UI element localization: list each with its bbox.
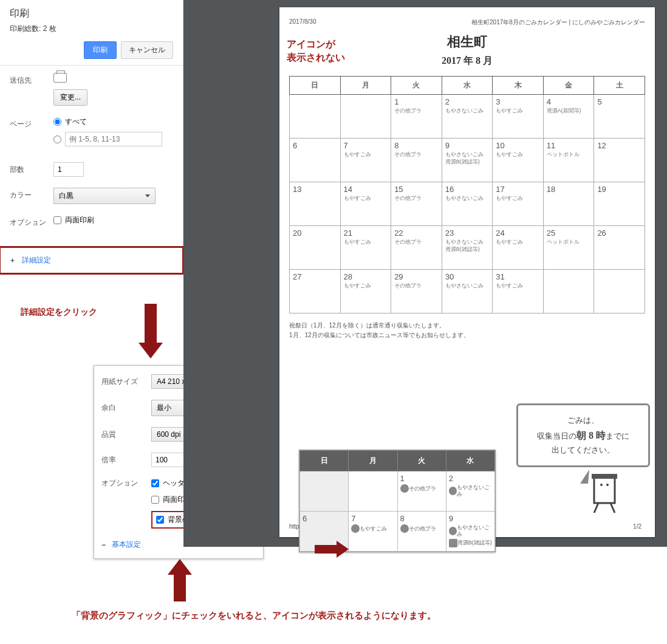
calendar-cell: 2もやさないごみ xyxy=(442,95,493,139)
calendar-cell: 17もやすごみ xyxy=(493,182,544,226)
preview-page-number: 1/2 xyxy=(633,523,641,530)
arrow-right-icon xyxy=(315,541,349,558)
header-footer-checkbox[interactable] xyxy=(151,479,159,487)
pages-all-label: すべて xyxy=(65,117,87,127)
print-title: 印刷 xyxy=(10,7,173,20)
calendar-cell xyxy=(594,270,645,313)
svg-rect-1 xyxy=(594,478,615,503)
calendar-cell: 14もやすごみ xyxy=(340,182,391,226)
svg-marker-0 xyxy=(580,470,589,484)
svg-line-4 xyxy=(611,503,615,513)
color-value: 白黒 xyxy=(59,191,74,201)
destination-label: 送信先 xyxy=(10,73,53,86)
scale-input[interactable] xyxy=(151,453,185,467)
calendar-cell: 31もやすごみ xyxy=(493,270,544,313)
calendar-table: 日月火水木金土 1その他プラ2もやさないごみ3もやすごみ4資源A(新聞等)567… xyxy=(289,76,645,313)
arrow-up-icon xyxy=(168,559,192,601)
mini-cell xyxy=(300,471,349,512)
paper-size-label: 用紙サイズ xyxy=(101,377,151,387)
annotation-click-advanced: 詳細設定をクリック xyxy=(21,307,97,318)
pages-range-radio[interactable] xyxy=(53,135,61,143)
mini-cell: 8その他プラ xyxy=(397,512,446,552)
print-header: 印刷 印刷総数: 2 枚 印刷 キャンセル xyxy=(0,0,183,66)
adv-option-label: オプション xyxy=(101,478,151,488)
calendar-cell: 10もやすごみ xyxy=(493,139,544,182)
calendar-day-header: 水 xyxy=(442,77,493,95)
quality-value: 600 dpi xyxy=(157,430,180,439)
svg-point-5 xyxy=(600,484,603,486)
change-destination-button[interactable]: 変更... xyxy=(53,89,87,106)
trash-type-icon xyxy=(400,484,409,493)
pages-range-input[interactable] xyxy=(65,132,162,146)
speech-bubble: ごみは、 収集当日の朝 8 時までに 出してください。 xyxy=(516,403,650,467)
mini-cell: 1その他プラ xyxy=(397,471,446,512)
color-label: カラー xyxy=(10,188,53,200)
calendar-cell: 3もやすごみ xyxy=(493,95,544,139)
minus-icon: − xyxy=(101,541,106,549)
calendar-day-header: 金 xyxy=(543,77,594,95)
adv-duplex-checkbox[interactable] xyxy=(151,496,159,504)
margin-label: 余白 xyxy=(101,403,151,413)
calendar-cell: 28もやすごみ xyxy=(340,270,391,313)
chevron-down-icon xyxy=(145,194,150,197)
calendar-day-header: 木 xyxy=(493,77,544,95)
calendar-cell: 9もやさないごみ資源B(雑誌等) xyxy=(442,139,493,182)
mini-cell xyxy=(349,471,397,512)
background-graphics-checkbox[interactable] xyxy=(156,516,164,524)
calendar-cell: 26 xyxy=(594,226,645,270)
calendar-cell: 13 xyxy=(290,182,341,226)
calendar-cell: 30もやさないごみ xyxy=(442,270,493,313)
trash-type-icon xyxy=(351,524,360,533)
copies-input[interactable] xyxy=(53,162,84,177)
pages-label: ページ xyxy=(10,117,53,129)
basic-settings-link: 基本設定 xyxy=(112,540,141,550)
print-button[interactable]: 印刷 xyxy=(84,41,117,59)
calendar-cell: 15その他プラ xyxy=(391,182,442,226)
duplex-checkbox[interactable] xyxy=(53,216,61,224)
trash-mascot-icon xyxy=(577,467,632,515)
quality-label: 品質 xyxy=(101,430,151,440)
arrow-down-icon xyxy=(139,304,163,365)
calendar-cell: 29その他プラ xyxy=(391,270,442,313)
calendar-cell: 22その他プラ xyxy=(391,226,442,270)
calendar-cell xyxy=(290,95,341,139)
calendar-cell: 24もやすごみ xyxy=(493,226,544,270)
calendar-cell xyxy=(340,95,391,139)
bubble-line-3: 出してください。 xyxy=(527,444,640,457)
calendar-cell: 27 xyxy=(290,270,341,313)
printer-icon xyxy=(53,73,67,83)
calendar-cell: 20 xyxy=(290,226,341,270)
mini-cell: 2もやさないごみ xyxy=(446,471,494,512)
calendar-cell: 23もやさないごみ資源B(雑誌等) xyxy=(442,226,493,270)
mini-day-header: 日 xyxy=(300,451,349,471)
trash-type-icon xyxy=(400,524,409,533)
calendar-cell xyxy=(543,270,594,313)
cancel-button[interactable]: キャンセル xyxy=(121,41,173,59)
calendar-cell: 5 xyxy=(594,95,645,139)
print-total: 印刷総数: 2 枚 xyxy=(10,24,173,34)
mini-day-header: 水 xyxy=(446,451,494,471)
preview-header: 相生町2017年8月のごみカレンダー | にしのみやごみカレンダー xyxy=(471,18,645,27)
duplex-label: 両面印刷 xyxy=(65,215,94,225)
advanced-settings-row[interactable]: + 詳細設定 xyxy=(0,246,184,275)
calendar-cell: 11ペットボトル xyxy=(543,139,594,182)
mini-day-header: 火 xyxy=(397,451,446,471)
svg-point-6 xyxy=(606,484,609,486)
margin-value: 最小 xyxy=(157,403,171,413)
calendar-cell: 16もやさないごみ xyxy=(442,182,493,226)
svg-rect-2 xyxy=(592,474,617,479)
calendar-cell: 21もやすごみ xyxy=(340,226,391,270)
calendar-cell: 19 xyxy=(594,182,645,226)
calendar-day-header: 火 xyxy=(391,77,442,95)
mini-cell: 9もやさないごみ資源B(雑誌等) xyxy=(446,512,494,552)
calendar-cell: 7もやすごみ xyxy=(340,139,391,182)
pages-all-radio[interactable] xyxy=(53,118,61,126)
calendar-day-header: 月 xyxy=(340,77,391,95)
calendar-day-header: 土 xyxy=(594,77,645,95)
bubble-line-1: ごみは、 xyxy=(527,414,640,427)
calendar-cell: 6 xyxy=(290,139,341,182)
color-select[interactable]: 白黒 xyxy=(53,188,156,204)
trash-type-icon xyxy=(449,527,457,535)
option-label: オプション xyxy=(10,215,53,228)
calendar-cell: 8その他プラ xyxy=(391,139,442,182)
